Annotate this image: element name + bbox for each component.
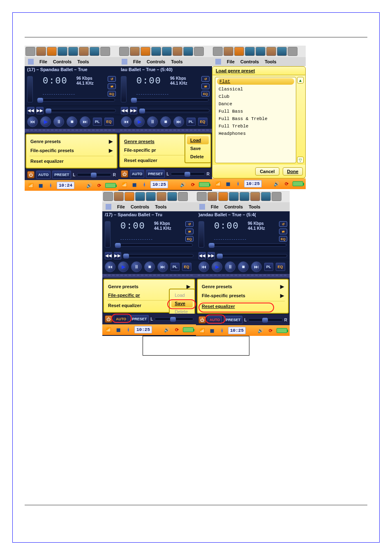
- prev-button[interactable]: ⏮: [198, 261, 209, 272]
- eq-button[interactable]: EQ: [276, 263, 285, 271]
- scroll-up-icon[interactable]: ▲: [297, 77, 304, 83]
- menu-tools[interactable]: Tools: [249, 204, 261, 209]
- eq-small-label[interactable]: EQ: [201, 91, 210, 97]
- app-icon[interactable]: [28, 59, 34, 65]
- preset-item-fullbasstreble[interactable]: Full Bass & Treble: [215, 115, 296, 123]
- eq-power-icon[interactable]: ⏻: [105, 315, 112, 323]
- play-button[interactable]: ▶: [40, 116, 51, 127]
- menu-file[interactable]: File: [39, 59, 47, 64]
- app-icon[interactable]: [122, 59, 127, 65]
- ffwd-button[interactable]: ▶▶: [130, 107, 137, 114]
- toolbar-icon-app2[interactable]: [178, 192, 188, 201]
- prev-button[interactable]: ⏮: [121, 116, 131, 127]
- preset-item-headphones[interactable]: Headphones: [215, 130, 296, 137]
- menu-file[interactable]: File: [117, 204, 125, 209]
- list-scrollbar[interactable]: ▲ ▽: [297, 77, 304, 163]
- toolbar-icon-book[interactable]: [114, 192, 124, 201]
- toolbar-icon-grid[interactable]: [183, 47, 193, 56]
- menu-tools[interactable]: Tools: [77, 59, 89, 64]
- toolbar-icon-app2[interactable]: [288, 47, 297, 56]
- toolbar-icon-grid[interactable]: [167, 192, 177, 201]
- volume-slider[interactable]: [121, 76, 127, 102]
- stop-button[interactable]: ■: [67, 116, 77, 127]
- app-icon[interactable]: [199, 204, 205, 210]
- toolbar-icon-app2[interactable]: [194, 47, 204, 56]
- preset-item-dance[interactable]: Dance: [215, 100, 296, 108]
- next-button[interactable]: ⏭: [157, 261, 168, 272]
- toolbar-icon-folder[interactable]: [266, 47, 276, 56]
- toolbar-icon-grid[interactable]: [90, 47, 99, 56]
- play-button[interactable]: ▶: [118, 261, 129, 272]
- menu-genre-presets[interactable]: Genre presets▶: [199, 282, 286, 291]
- repeat-icon[interactable]: ⇄: [279, 229, 287, 234]
- playlist-button[interactable]: PL: [171, 263, 180, 271]
- toolbar-icon-app[interactable]: [197, 192, 207, 201]
- preset-item-fullbass[interactable]: Full Bass: [215, 108, 296, 115]
- toolbar-icon-phone[interactable]: [58, 47, 67, 56]
- menu-tools[interactable]: Tools: [155, 204, 167, 209]
- eq-power-icon[interactable]: ⏻: [27, 171, 35, 178]
- toolbar-icon-book[interactable]: [224, 47, 233, 56]
- toolbar-icon-folder[interactable]: [79, 47, 89, 56]
- app-icon[interactable]: [215, 59, 221, 65]
- stop-button[interactable]: ■: [160, 116, 171, 127]
- toolbar-icon-app[interactable]: [103, 192, 113, 201]
- preset-list[interactable]: Flat Classical Club Dance Full Bass Full…: [215, 77, 296, 163]
- toolbar-icon-app2[interactable]: [100, 47, 110, 56]
- menu-controls[interactable]: Controls: [224, 204, 243, 209]
- seek-slider[interactable]: [45, 109, 116, 112]
- preset-button[interactable]: PRESET: [224, 316, 242, 324]
- prev-button[interactable]: ⏮: [105, 261, 115, 272]
- eq-small-label[interactable]: EQ: [279, 236, 287, 242]
- cancel-button[interactable]: Cancel: [255, 167, 279, 176]
- menu-file[interactable]: File: [227, 59, 235, 64]
- rew-button[interactable]: ◀◀: [27, 107, 35, 114]
- toolbar-icon-book[interactable]: [130, 47, 140, 56]
- app-icon[interactable]: [106, 204, 111, 210]
- menu-controls[interactable]: Controls: [147, 59, 165, 64]
- auto-button[interactable]: AUTO: [114, 315, 128, 323]
- submenu-save[interactable]: Save: [187, 144, 209, 153]
- preset-item-flat[interactable]: Flat: [217, 78, 294, 85]
- toolbar-icon-folder[interactable]: [157, 192, 166, 201]
- next-button[interactable]: ⏭: [173, 116, 184, 127]
- toolbar-icon-globe[interactable]: [218, 192, 228, 201]
- play-button[interactable]: ▶: [212, 261, 222, 272]
- toolbar-icon-book[interactable]: [36, 47, 46, 56]
- auto-button[interactable]: AUTO: [130, 170, 144, 178]
- toolbar-icon-phone[interactable]: [135, 192, 145, 201]
- playlist-button[interactable]: PL: [187, 118, 196, 126]
- seek-slider[interactable]: [139, 109, 210, 112]
- volume-slider[interactable]: [27, 76, 33, 102]
- auto-button[interactable]: AUTO: [208, 316, 222, 324]
- menu-file[interactable]: File: [133, 59, 141, 64]
- preset-item-classical[interactable]: Classical: [215, 86, 296, 93]
- prev-button[interactable]: ⏮: [27, 116, 38, 127]
- volume-slider[interactable]: [105, 221, 111, 247]
- pause-button[interactable]: ⏸: [225, 261, 235, 272]
- shuffle-icon[interactable]: ↺: [201, 76, 210, 82]
- toolbar-icon-book[interactable]: [208, 192, 217, 201]
- ffwd-button[interactable]: ▶▶: [36, 107, 44, 114]
- seek-slider[interactable]: [123, 254, 194, 257]
- menu-reset-eq[interactable]: Reset equalizer: [199, 302, 286, 310]
- shuffle-icon[interactable]: ↺: [279, 221, 287, 227]
- toolbar-icon-app[interactable]: [25, 47, 35, 56]
- repeat-icon[interactable]: ⇄: [108, 83, 116, 89]
- toolbar-icon-folder[interactable]: [173, 47, 182, 56]
- rew-button[interactable]: ◀◀: [198, 252, 206, 259]
- submenu-load[interactable]: Load: [187, 136, 209, 144]
- repeat-icon[interactable]: ⇄: [201, 83, 210, 89]
- pause-button[interactable]: ⏸: [131, 261, 142, 272]
- rew-button[interactable]: ◀◀: [121, 107, 128, 114]
- eq-power-icon[interactable]: ⏻: [198, 316, 206, 324]
- pause-button[interactable]: ⏸: [53, 116, 64, 127]
- eq-small-label[interactable]: EQ: [108, 91, 116, 97]
- toolbar-icon-app[interactable]: [119, 47, 129, 56]
- toolbar-icon-phone[interactable]: [151, 47, 161, 56]
- toolbar-icon-note[interactable]: [146, 192, 156, 201]
- pan-slider[interactable]: [208, 243, 286, 247]
- menu-file-presets[interactable]: File-specific presets▶: [28, 146, 115, 155]
- menu-controls[interactable]: Controls: [53, 59, 71, 64]
- submenu-load[interactable]: Load: [171, 291, 193, 299]
